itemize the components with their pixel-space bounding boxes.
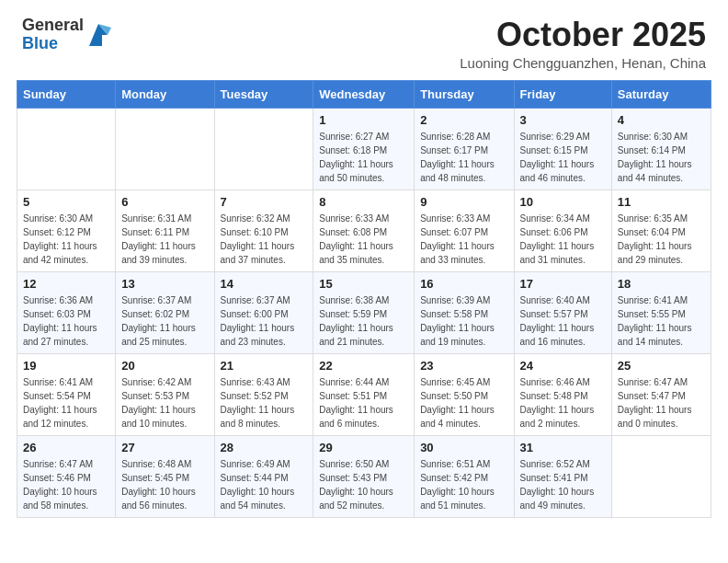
week-row-1: 1Sunrise: 6:27 AM Sunset: 6:18 PM Daylig… (17, 108, 711, 190)
week-row-3: 12Sunrise: 6:36 AM Sunset: 6:03 PM Dayli… (17, 271, 711, 353)
logo-icon (85, 20, 111, 50)
col-tuesday: Tuesday (214, 80, 313, 108)
day-info-2: Sunrise: 6:28 AM Sunset: 6:17 PM Dayligh… (420, 130, 507, 185)
day-number-1: 1 (319, 113, 408, 127)
day-number-29: 29 (319, 441, 408, 454)
calendar-cell-w2-d2: 6Sunrise: 6:31 AM Sunset: 6:11 PM Daylig… (116, 190, 214, 271)
day-number-3: 3 (520, 113, 606, 127)
day-number-23: 23 (420, 359, 507, 373)
month-title: October 2025 (460, 17, 706, 53)
day-number-10: 10 (520, 195, 606, 209)
day-info-6: Sunrise: 6:31 AM Sunset: 6:11 PM Dayligh… (121, 212, 208, 267)
day-info-23: Sunrise: 6:45 AM Sunset: 5:50 PM Dayligh… (420, 375, 507, 431)
day-number-8: 8 (319, 195, 408, 209)
day-number-21: 21 (221, 359, 308, 373)
day-number-17: 17 (520, 277, 606, 291)
calendar-cell-w2-d6: 10Sunrise: 6:34 AM Sunset: 6:06 PM Dayli… (514, 190, 611, 271)
day-number-9: 9 (420, 195, 507, 209)
day-number-19: 19 (23, 359, 109, 373)
calendar-cell-w3-d7: 18Sunrise: 6:41 AM Sunset: 5:55 PM Dayli… (611, 271, 711, 353)
calendar-cell-w5-d4: 29Sunrise: 6:50 AM Sunset: 5:43 PM Dayli… (313, 435, 415, 517)
day-info-24: Sunrise: 6:46 AM Sunset: 5:48 PM Dayligh… (520, 375, 606, 431)
day-number-12: 12 (23, 277, 109, 291)
day-number-16: 16 (420, 277, 507, 291)
col-wednesday: Wednesday (313, 80, 415, 108)
calendar-cell-w5-d1: 26Sunrise: 6:47 AM Sunset: 5:46 PM Dayli… (17, 435, 116, 517)
calendar-cell-w3-d2: 13Sunrise: 6:37 AM Sunset: 6:02 PM Dayli… (116, 271, 214, 353)
calendar-cell-w4-d1: 19Sunrise: 6:41 AM Sunset: 5:54 PM Dayli… (17, 353, 116, 435)
day-info-8: Sunrise: 6:33 AM Sunset: 6:08 PM Dayligh… (319, 212, 408, 267)
day-number-22: 22 (319, 359, 408, 373)
calendar-cell-w3-d5: 16Sunrise: 6:39 AM Sunset: 5:58 PM Dayli… (415, 271, 514, 353)
logo: General Blue (22, 17, 111, 53)
col-thursday: Thursday (415, 80, 514, 108)
day-info-20: Sunrise: 6:42 AM Sunset: 5:53 PM Dayligh… (121, 375, 208, 431)
day-info-7: Sunrise: 6:32 AM Sunset: 6:10 PM Dayligh… (221, 212, 308, 267)
calendar-cell-w4-d2: 20Sunrise: 6:42 AM Sunset: 5:53 PM Dayli… (116, 353, 214, 435)
day-info-21: Sunrise: 6:43 AM Sunset: 5:52 PM Dayligh… (221, 375, 308, 431)
location: Luoning Chengguanzhen, Henan, China (460, 55, 706, 71)
header: General Blue October 2025 Luoning Chengg… (0, 0, 728, 80)
day-number-26: 26 (23, 441, 109, 454)
calendar-cell-w4-d5: 23Sunrise: 6:45 AM Sunset: 5:50 PM Dayli… (415, 353, 514, 435)
col-sunday: Sunday (17, 80, 116, 108)
logo-blue: Blue (22, 34, 58, 52)
week-row-4: 19Sunrise: 6:41 AM Sunset: 5:54 PM Dayli… (17, 353, 711, 435)
calendar-cell-w5-d2: 27Sunrise: 6:48 AM Sunset: 5:45 PM Dayli… (116, 435, 214, 517)
day-number-7: 7 (221, 195, 308, 209)
calendar-cell-w1-d2 (116, 108, 214, 190)
day-info-16: Sunrise: 6:39 AM Sunset: 5:58 PM Dayligh… (420, 293, 507, 349)
day-number-25: 25 (618, 359, 705, 373)
calendar-cell-w5-d3: 28Sunrise: 6:49 AM Sunset: 5:44 PM Dayli… (214, 435, 313, 517)
calendar-cell-w4-d6: 24Sunrise: 6:46 AM Sunset: 5:48 PM Dayli… (514, 353, 611, 435)
day-info-31: Sunrise: 6:52 AM Sunset: 5:41 PM Dayligh… (520, 457, 606, 512)
col-friday: Friday (514, 80, 611, 108)
day-number-6: 6 (121, 195, 208, 209)
day-number-4: 4 (618, 113, 705, 127)
day-info-25: Sunrise: 6:47 AM Sunset: 5:47 PM Dayligh… (618, 375, 705, 431)
calendar-cell-w2-d1: 5Sunrise: 6:30 AM Sunset: 6:12 PM Daylig… (17, 190, 116, 271)
day-info-22: Sunrise: 6:44 AM Sunset: 5:51 PM Dayligh… (319, 375, 408, 431)
calendar-cell-w4-d7: 25Sunrise: 6:47 AM Sunset: 5:47 PM Dayli… (611, 353, 711, 435)
calendar-cell-w1-d3 (214, 108, 313, 190)
calendar-table: Sunday Monday Tuesday Wednesday Thursday… (17, 80, 711, 518)
day-info-30: Sunrise: 6:51 AM Sunset: 5:42 PM Dayligh… (420, 457, 507, 512)
day-number-2: 2 (420, 113, 507, 127)
day-info-29: Sunrise: 6:50 AM Sunset: 5:43 PM Dayligh… (319, 457, 408, 512)
day-info-11: Sunrise: 6:35 AM Sunset: 6:04 PM Dayligh… (618, 212, 705, 267)
day-info-12: Sunrise: 6:36 AM Sunset: 6:03 PM Dayligh… (23, 293, 109, 349)
calendar-cell-w2-d3: 7Sunrise: 6:32 AM Sunset: 6:10 PM Daylig… (214, 190, 313, 271)
day-info-27: Sunrise: 6:48 AM Sunset: 5:45 PM Dayligh… (121, 457, 208, 512)
day-info-17: Sunrise: 6:40 AM Sunset: 5:57 PM Dayligh… (520, 293, 606, 349)
day-info-19: Sunrise: 6:41 AM Sunset: 5:54 PM Dayligh… (23, 375, 109, 431)
calendar-cell-w3-d4: 15Sunrise: 6:38 AM Sunset: 5:59 PM Dayli… (313, 271, 415, 353)
day-number-14: 14 (221, 277, 308, 291)
day-number-31: 31 (520, 441, 606, 454)
calendar-cell-w5-d5: 30Sunrise: 6:51 AM Sunset: 5:42 PM Dayli… (415, 435, 514, 517)
col-monday: Monday (116, 80, 214, 108)
calendar-cell-w1-d5: 2Sunrise: 6:28 AM Sunset: 6:17 PM Daylig… (415, 108, 514, 190)
calendar-cell-w2-d5: 9Sunrise: 6:33 AM Sunset: 6:07 PM Daylig… (415, 190, 514, 271)
day-info-13: Sunrise: 6:37 AM Sunset: 6:02 PM Dayligh… (121, 293, 208, 349)
day-info-28: Sunrise: 6:49 AM Sunset: 5:44 PM Dayligh… (221, 457, 308, 512)
day-info-9: Sunrise: 6:33 AM Sunset: 6:07 PM Dayligh… (420, 212, 507, 267)
day-info-4: Sunrise: 6:30 AM Sunset: 6:14 PM Dayligh… (618, 130, 705, 185)
calendar-cell-w3-d6: 17Sunrise: 6:40 AM Sunset: 5:57 PM Dayli… (514, 271, 611, 353)
week-row-2: 5Sunrise: 6:30 AM Sunset: 6:12 PM Daylig… (17, 190, 711, 271)
day-number-24: 24 (520, 359, 606, 373)
calendar-cell-w1-d7: 4Sunrise: 6:30 AM Sunset: 6:14 PM Daylig… (611, 108, 711, 190)
day-number-18: 18 (618, 277, 705, 291)
logo-general: General (22, 16, 84, 34)
day-info-3: Sunrise: 6:29 AM Sunset: 6:15 PM Dayligh… (520, 130, 606, 185)
calendar-cell-w1-d1 (17, 108, 116, 190)
day-info-26: Sunrise: 6:47 AM Sunset: 5:46 PM Dayligh… (23, 457, 109, 512)
calendar-cell-w3-d3: 14Sunrise: 6:37 AM Sunset: 6:00 PM Dayli… (214, 271, 313, 353)
day-info-5: Sunrise: 6:30 AM Sunset: 6:12 PM Dayligh… (23, 212, 109, 267)
calendar-cell-w4-d3: 21Sunrise: 6:43 AM Sunset: 5:52 PM Dayli… (214, 353, 313, 435)
day-number-13: 13 (121, 277, 208, 291)
day-number-30: 30 (420, 441, 507, 454)
calendar-cell-w4-d4: 22Sunrise: 6:44 AM Sunset: 5:51 PM Dayli… (313, 353, 415, 435)
day-info-10: Sunrise: 6:34 AM Sunset: 6:06 PM Dayligh… (520, 212, 606, 267)
calendar-cell-w2-d4: 8Sunrise: 6:33 AM Sunset: 6:08 PM Daylig… (313, 190, 415, 271)
col-saturday: Saturday (611, 80, 711, 108)
